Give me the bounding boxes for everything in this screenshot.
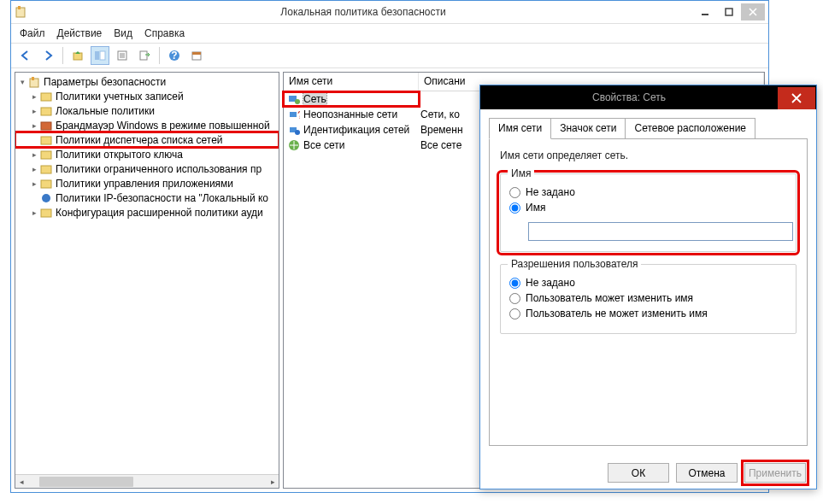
horizontal-scrollbar[interactable]: ◂ ▸ [15, 474, 279, 488]
tab-network-name[interactable]: Имя сети [489, 118, 551, 139]
list-cell: Временн [420, 124, 463, 136]
help-button[interactable]: ? [165, 46, 184, 65]
export-button[interactable] [135, 46, 154, 65]
folder-icon [39, 177, 53, 190]
menu-help[interactable]: Справка [144, 27, 185, 39]
svg-rect-16 [41, 108, 51, 115]
tree-item-selected[interactable]: Политики диспетчера списка сетей [15, 132, 279, 147]
ok-button[interactable]: ОК [608, 463, 669, 483]
maximize-button[interactable] [717, 3, 741, 21]
svg-rect-3 [726, 9, 732, 15]
tree-root-label: Параметры безопасности [44, 76, 166, 88]
svg-text:?: ? [297, 109, 300, 120]
expander-icon[interactable]: ▸ [29, 208, 39, 217]
caption-buttons [693, 3, 765, 21]
window-title: Локальная политика безопасности [33, 6, 693, 18]
expander-icon[interactable]: ▾ [17, 78, 27, 86]
radio-input[interactable] [509, 308, 520, 319]
tree-item-label: Локальные политики [56, 105, 155, 117]
expander-icon[interactable]: ▸ [29, 107, 39, 115]
minimize-button[interactable] [693, 3, 717, 21]
scroll-right-icon[interactable]: ▸ [267, 476, 279, 488]
tree-item-label: Политики ограниченного использования пр [56, 163, 262, 175]
folder-icon [39, 162, 53, 176]
tree-item[interactable]: ▸Политики открытого ключа [15, 147, 279, 161]
menubar: Файл Действие Вид Справка [11, 24, 768, 43]
radio-perm-can-change[interactable]: Пользователь может изменить имя [509, 292, 787, 304]
ipsec-icon [39, 191, 53, 205]
tree-root[interactable]: ▾ Параметры безопасности [15, 74, 279, 89]
menu-file[interactable]: Файл [20, 27, 45, 39]
security-icon [27, 75, 41, 89]
expander-icon[interactable]: ▸ [29, 92, 39, 101]
svg-rect-8 [140, 51, 147, 60]
column-header-name[interactable]: Имя сети [284, 73, 419, 91]
radio-input[interactable] [509, 187, 520, 198]
radio-label: Пользователь не может изменить имя [526, 308, 708, 319]
svg-rect-19 [41, 151, 51, 159]
svg-rect-12 [192, 52, 201, 55]
radio-name-name[interactable]: Имя [509, 202, 787, 214]
tree-item[interactable]: ▸Политики управления приложениями [15, 176, 279, 190]
svg-point-29 [295, 130, 300, 135]
properties-dialog: Свойства: Сеть Имя сети Значок сети Сете… [479, 85, 817, 489]
dialog-buttons: ОК Отмена Применить [480, 454, 816, 491]
toolbar-separator [62, 47, 63, 64]
expander-icon[interactable]: ▸ [29, 179, 39, 188]
detail-button[interactable] [113, 46, 132, 65]
menu-action[interactable]: Действие [57, 27, 103, 39]
folder-icon [39, 104, 53, 118]
up-button[interactable] [68, 46, 87, 65]
tree-item[interactable]: ▸Локальные политики [15, 103, 279, 118]
dialog-close-button[interactable] [778, 87, 815, 109]
calendar-button[interactable] [187, 46, 206, 65]
tree-item[interactable]: ▸Конфигурация расширенной политики ауди [15, 205, 279, 220]
cancel-button[interactable]: Отмена [676, 463, 738, 483]
radio-input[interactable] [509, 293, 520, 304]
back-button[interactable] [16, 46, 35, 65]
close-button[interactable] [741, 3, 765, 21]
svg-rect-6 [100, 51, 105, 60]
radio-input[interactable] [509, 202, 520, 214]
view-button[interactable] [91, 46, 109, 65]
radio-name-notset[interactable]: Не задано [509, 186, 787, 198]
radio-perm-cannot-change[interactable]: Пользователь не может изменить имя [509, 308, 787, 319]
tree-item[interactable]: ▸Политики ограниченного использования пр [15, 161, 279, 176]
tab-network-icon[interactable]: Значок сети [550, 118, 626, 139]
apply-highlight: Применить [744, 463, 806, 483]
svg-rect-21 [41, 180, 51, 188]
tree-item-label: Политики учетных записей [56, 91, 184, 103]
list-cell: Идентификация сетей [303, 124, 409, 136]
svg-rect-5 [95, 51, 99, 60]
tab-network-location[interactable]: Сетевое расположение [625, 118, 755, 139]
radio-label: Не задано [526, 186, 575, 198]
expander-icon[interactable]: ▸ [29, 165, 39, 173]
groupbox-legend: Имя [508, 167, 534, 179]
radio-label: Имя [526, 202, 545, 214]
network-name-input[interactable] [528, 222, 793, 241]
app-icon [15, 5, 28, 19]
forward-button[interactable] [38, 46, 57, 65]
tree-item-label: Конфигурация расширенной политики ауди [56, 207, 263, 219]
svg-rect-23 [41, 209, 51, 217]
dialog-description: Имя сети определяет сеть. [500, 149, 797, 161]
radio-perm-notset[interactable]: Не задано [509, 277, 787, 289]
apply-button[interactable]: Применить [744, 463, 806, 483]
firewall-icon [39, 119, 53, 132]
expander-icon[interactable]: ▸ [29, 150, 39, 159]
menu-view[interactable]: Вид [114, 27, 132, 39]
tree-item[interactable]: ▸Брандмауэр Windows в режиме повышенной [15, 118, 279, 132]
tabstrip: Имя сети Значок сети Сетевое расположени… [480, 109, 816, 139]
expander-icon [29, 194, 39, 202]
tree-item[interactable]: ▸Политики учетных записей [15, 89, 279, 103]
tree-item[interactable]: Политики IP-безопасности на "Локальный к… [15, 190, 279, 205]
scroll-left-icon[interactable]: ◂ [15, 476, 27, 488]
list-cell: Все сете [420, 139, 461, 151]
expander-icon[interactable]: ▸ [29, 121, 39, 130]
list-cell: Все сети [303, 139, 345, 151]
tree-pane: ▾ Параметры безопасности ▸Политики учетн… [15, 72, 279, 489]
scrollbar-thumb[interactable] [39, 477, 133, 487]
network-all-icon [287, 138, 301, 152]
dialog-title: Свойства: Сеть [480, 91, 778, 103]
radio-input[interactable] [509, 278, 520, 289]
